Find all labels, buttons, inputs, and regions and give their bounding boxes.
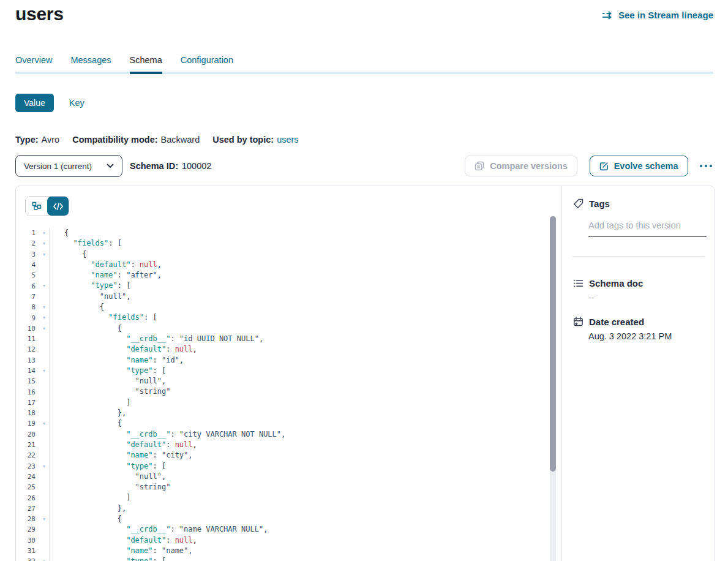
line-number: 5 xyxy=(16,271,39,279)
version-select[interactable]: Version 1 (current) xyxy=(15,155,122,177)
code-text: "null", xyxy=(49,472,553,482)
fold-toggle-icon[interactable]: ▾ xyxy=(39,323,49,334)
line-number: 7 xyxy=(16,293,39,301)
code-line: 2▾ "fields": [ xyxy=(16,238,553,249)
evolve-schema-button[interactable]: Evolve schema xyxy=(590,156,688,176)
fold-toggle-icon[interactable]: ▾ xyxy=(39,418,49,429)
fold-toggle-icon[interactable]: ▾ xyxy=(39,556,49,561)
code-text: "name": "id", xyxy=(49,355,553,366)
code-line: 15 "null", xyxy=(16,376,553,386)
line-number: 28 xyxy=(16,515,39,523)
line-number: 4 xyxy=(16,261,39,269)
topic-link[interactable]: users xyxy=(277,135,298,145)
code-line: 5 "name": "after", xyxy=(16,270,553,280)
code-line: 3▾ { xyxy=(16,249,553,260)
code-text: "name": "after", xyxy=(49,270,553,280)
line-number: 30 xyxy=(16,537,39,544)
schema-key-value-toggle: Value Key xyxy=(15,94,84,112)
code-line: 25 "string" xyxy=(16,482,553,492)
code-line: 10▾ { xyxy=(16,323,553,334)
line-number: 15 xyxy=(16,377,39,385)
code-text: "__crdb__": "id UUID NOT NULL", xyxy=(49,334,553,344)
line-number: 31 xyxy=(16,547,39,555)
fold-toggle-icon[interactable]: ▾ xyxy=(39,312,49,323)
sidebar-divider xyxy=(572,256,705,257)
code-text: "default": null, xyxy=(49,440,553,450)
code-text: { xyxy=(49,302,553,312)
code-text: "__crdb__": "city VARCHAR NOT NULL", xyxy=(49,429,553,440)
editor-scrollbar-track[interactable] xyxy=(550,216,556,561)
tags-title: Tags xyxy=(589,198,610,209)
line-number: 21 xyxy=(16,441,39,449)
tags-input[interactable] xyxy=(588,220,707,237)
code-line: 13 "name": "id", xyxy=(16,355,553,366)
code-text: "string" xyxy=(49,482,553,492)
schema-id-value: 100002 xyxy=(182,161,211,171)
version-toolbar: Version 1 (current) Schema ID: 100002 Co… xyxy=(15,155,713,177)
line-number: 23 xyxy=(16,462,39,470)
code-line: 7 "null", xyxy=(16,292,553,302)
fold-toggle-icon[interactable]: ▾ xyxy=(39,366,49,376)
fold-toggle-icon[interactable]: ▾ xyxy=(39,461,49,472)
code-line: 27 }, xyxy=(16,503,553,514)
line-number: 6 xyxy=(16,282,39,290)
code-line: 29 "__crdb__": "name VARCHAR NULL", xyxy=(16,524,553,535)
line-number: 18 xyxy=(16,409,39,417)
code-line: 26 ] xyxy=(16,492,553,503)
code-text: "default": null, xyxy=(49,344,553,355)
fold-toggle-icon[interactable]: ▾ xyxy=(39,228,49,238)
code-text: { xyxy=(49,228,553,238)
code-text: }, xyxy=(49,408,553,418)
line-number: 27 xyxy=(16,505,39,513)
page-title: users xyxy=(15,4,64,24)
more-options-button[interactable] xyxy=(699,161,714,171)
schema-page: users See in Stream lineage Overview Mes… xyxy=(0,0,728,561)
key-toggle-button[interactable]: Key xyxy=(69,98,84,108)
tab-configuration[interactable]: Configuration xyxy=(181,55,233,79)
compare-versions-button[interactable]: Compare versions xyxy=(465,156,577,176)
code-line: 28▾ { xyxy=(16,514,553,524)
line-number: 29 xyxy=(16,525,39,533)
fold-toggle-icon[interactable]: ▾ xyxy=(39,249,49,260)
code-line: 32▾ "type": [ xyxy=(16,556,553,561)
schema-card: 1▾{2▾ "fields": [3▾ {4 "default": null,5… xyxy=(15,186,715,561)
code-line: 21 "default": null, xyxy=(16,440,553,450)
date-created-section-header: Date created xyxy=(573,317,644,327)
code-line: 22 "name": "city", xyxy=(16,450,553,461)
editor-scrollbar-thumb[interactable] xyxy=(550,216,556,472)
list-icon xyxy=(573,278,584,288)
fold-toggle-icon[interactable]: ▾ xyxy=(39,302,49,312)
code-view-button[interactable] xyxy=(47,197,69,216)
schema-details-sidebar: Tags Schema doc -- xyxy=(563,186,715,561)
line-number: 1 xyxy=(16,229,39,237)
code-line: 1▾{ xyxy=(16,228,553,238)
tree-view-button[interactable] xyxy=(26,197,47,216)
code-text: { xyxy=(49,514,553,524)
code-text: }, xyxy=(49,503,553,514)
code-text: "type": [ xyxy=(49,280,553,291)
code-text: "type": [ xyxy=(49,461,553,472)
line-number: 10 xyxy=(16,325,39,333)
tab-overview[interactable]: Overview xyxy=(15,55,52,79)
fold-toggle-icon[interactable]: ▾ xyxy=(39,238,49,249)
code-text: ] xyxy=(49,492,553,503)
line-number: 12 xyxy=(16,345,39,353)
fold-toggle-icon[interactable]: ▾ xyxy=(39,280,49,291)
tab-schema[interactable]: Schema xyxy=(130,55,162,79)
schema-meta-row: Type:Avro Compatibility mode:Backward Us… xyxy=(15,135,299,145)
code-text: "fields": [ xyxy=(49,312,553,323)
value-toggle-button[interactable]: Value xyxy=(15,94,54,112)
code-view-icon xyxy=(53,203,63,210)
fold-toggle-icon[interactable]: ▾ xyxy=(39,514,49,524)
code-text: "null", xyxy=(49,292,553,302)
calendar-icon xyxy=(573,317,584,327)
see-in-stream-lineage-link[interactable]: See in Stream lineage xyxy=(602,10,713,20)
line-number: 14 xyxy=(16,367,39,375)
used-by-topic-label: Used by topic: xyxy=(212,135,274,145)
line-number: 3 xyxy=(16,250,39,258)
code-line: 16 "string" xyxy=(16,386,553,397)
tags-section-header: Tags xyxy=(573,198,610,209)
line-number: 25 xyxy=(16,483,39,491)
tab-messages[interactable]: Messages xyxy=(70,55,111,79)
line-number: 8 xyxy=(16,303,39,311)
